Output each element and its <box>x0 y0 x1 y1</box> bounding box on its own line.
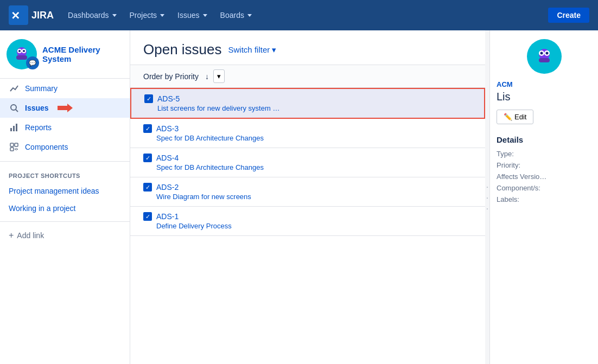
sidebar-item-issues-label: Issues <box>25 104 49 112</box>
jira-logo-icon: ✕ <box>9 5 28 25</box>
right-panel-project-label: ACM <box>490 78 598 91</box>
topnav: ✕ JIRA Dashboards Projects Issues Boards… <box>0 0 598 30</box>
sidebar-item-components-label: Components <box>25 143 68 151</box>
sidebar-item-summary[interactable]: Summary <box>0 79 130 98</box>
sidebar-item-reports-label: Reports <box>25 123 52 132</box>
sidebar-divider-2 <box>0 221 130 222</box>
svg-point-7 <box>23 50 25 52</box>
shortcut-working-in-project[interactable]: Working in a project <box>0 200 130 217</box>
issue-checkbox-ads4: ✓ <box>143 154 152 162</box>
sidebar-item-components[interactable]: Components <box>0 137 130 157</box>
project-title[interactable]: ACME Delivery System <box>42 45 123 63</box>
chart-icon <box>9 84 20 93</box>
sidebar-divider <box>0 161 130 162</box>
create-button[interactable]: Create <box>548 8 589 23</box>
issue-item-ads3[interactable]: ✓ ADS-3 Spec for DB Architecture Changes <box>130 119 485 148</box>
right-panel: ACM Lis ✏️ Edit Details Type: Priority: … <box>489 30 598 364</box>
edit-button[interactable]: ✏️ Edit <box>497 110 533 124</box>
issue-key-ads5[interactable]: ADS-5 <box>157 94 180 103</box>
add-link-button[interactable]: + Add link <box>0 226 130 245</box>
detail-type: Type: <box>497 150 591 158</box>
issue-key-ads4[interactable]: ADS-4 <box>156 154 179 162</box>
right-panel-issue-name: Lis <box>490 91 598 103</box>
sidebar-item-reports[interactable]: Reports <box>0 118 130 137</box>
projects-dropdown-icon <box>160 14 164 17</box>
separator-dots: ··· <box>485 182 489 213</box>
issue-checkbox-ads5: ✓ <box>144 94 153 103</box>
main-layout: 💬 ACME Delivery System Summary Issues <box>0 30 598 364</box>
detail-priority: Priority: <box>497 161 591 169</box>
nav-boards[interactable]: Boards <box>215 8 257 23</box>
issues-content: Open issues Switch filter ▾ Order by Pri… <box>130 30 485 364</box>
switch-filter-button[interactable]: Switch filter ▾ <box>228 45 277 55</box>
details-title: Details <box>497 135 591 144</box>
plus-icon: + <box>9 231 14 240</box>
detail-affects-version: Affects Versio… <box>497 173 591 181</box>
bar-chart-icon <box>9 123 20 132</box>
issue-item-ads1[interactable]: ✓ ADS-1 Define Delivery Process <box>130 207 485 236</box>
brand-name: JIRA <box>31 10 54 21</box>
svg-rect-17 <box>10 148 14 151</box>
issues-header: Open issues Switch filter ▾ <box>130 30 485 65</box>
logo[interactable]: ✕ JIRA <box>9 5 54 25</box>
svg-rect-8 <box>16 55 27 60</box>
issue-summary-ads4: Spec for DB Architecture Changes <box>143 163 472 171</box>
detail-labels: Labels: <box>497 195 591 203</box>
issue-checkbox-ads3: ✓ <box>143 124 152 133</box>
nav-projects[interactable]: Projects <box>124 8 170 23</box>
svg-point-23 <box>545 52 548 55</box>
issues-list: ✓ ADS-5 List screens for new delivery sy… <box>130 88 485 364</box>
page-title: Open issues <box>143 41 222 58</box>
svg-point-9 <box>11 105 16 110</box>
filter-text: Order by Priority <box>143 72 199 81</box>
filter-bar: Order by Priority ↓ ▾ <box>130 65 485 88</box>
boards-dropdown-icon <box>247 14 252 17</box>
svg-point-22 <box>540 52 543 55</box>
issue-summary-ads1: Define Delivery Process <box>143 222 472 230</box>
issue-checkbox-ads1: ✓ <box>143 212 152 221</box>
issue-key-ads3[interactable]: ADS-3 <box>156 124 179 133</box>
shortcut-project-management[interactable]: Project management ideas <box>0 182 130 200</box>
right-panel-avatar-icon <box>530 42 558 71</box>
issue-item-ads5[interactable]: ✓ ADS-5 List screens for new delivery sy… <box>130 88 485 119</box>
filter-dropdown-button[interactable]: ▾ <box>213 69 225 83</box>
dashboards-dropdown-icon <box>112 14 117 17</box>
detail-components: Component/s: <box>497 184 591 192</box>
issue-summary-ads5: List screens for new delivery system … <box>144 104 471 112</box>
search-icon <box>9 103 20 113</box>
nav-dashboards[interactable]: Dashboards <box>62 8 122 23</box>
sort-icon: ↓ <box>205 72 209 81</box>
sidebar-section-shortcuts: PROJECT SHORTCUTS <box>0 166 130 182</box>
issue-key-ads2[interactable]: ADS-2 <box>156 183 179 191</box>
switch-filter-dropdown-icon: ▾ <box>272 45 276 55</box>
sidebar-project-header: 💬 ACME Delivery System <box>0 30 130 79</box>
svg-rect-14 <box>16 124 17 131</box>
sidebar-item-issues[interactable]: Issues <box>0 98 130 118</box>
right-panel-details: Details Type: Priority: Affects Versio… … <box>490 131 598 211</box>
issue-checkbox-ads2: ✓ <box>143 183 152 191</box>
sidebar: 💬 ACME Delivery System Summary Issues <box>0 30 130 364</box>
issue-item-ads4[interactable]: ✓ ADS-4 Spec for DB Architecture Changes <box>130 148 485 177</box>
svg-point-6 <box>18 50 21 52</box>
svg-rect-24 <box>539 58 550 62</box>
issue-item-ads2[interactable]: ✓ ADS-2 Wire Diagram for new screens <box>130 177 485 207</box>
svg-rect-12 <box>10 128 12 131</box>
right-panel-avatar <box>527 39 562 74</box>
issue-key-ads1[interactable]: ADS-1 <box>156 212 179 221</box>
issue-summary-ads3: Spec for DB Architecture Changes <box>143 134 472 142</box>
right-panel-actions: ✏️ Edit <box>490 103 598 131</box>
chat-badge-icon: 💬 <box>26 56 39 69</box>
issue-summary-ads2: Wire Diagram for new screens <box>143 193 472 201</box>
nav-issues[interactable]: Issues <box>172 8 212 23</box>
issues-dropdown-icon <box>203 14 207 17</box>
pencil-icon: ✏️ <box>504 113 512 121</box>
svg-rect-13 <box>13 126 15 131</box>
svg-rect-15 <box>10 143 14 146</box>
add-link-label: Add link <box>17 231 44 240</box>
issues-arrow-icon <box>58 104 73 112</box>
puzzle-icon <box>9 142 20 152</box>
svg-text:✕: ✕ <box>11 10 20 22</box>
sidebar-item-summary-label: Summary <box>25 84 58 93</box>
svg-rect-16 <box>15 143 18 146</box>
svg-line-10 <box>16 110 18 112</box>
